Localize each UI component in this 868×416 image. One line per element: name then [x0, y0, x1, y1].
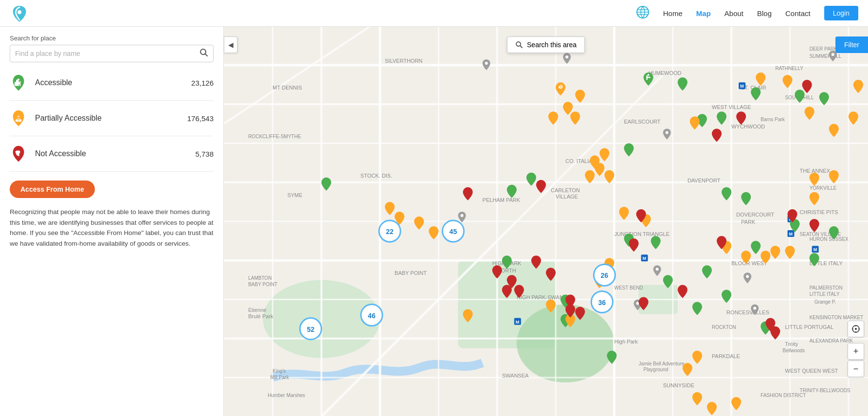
svg-text:22: 22 [386, 228, 394, 235]
login-button[interactable]: Login [824, 6, 858, 20]
accessible-icon [10, 74, 27, 91]
svg-text:HURON SUSSEX: HURON SUSSEX [810, 236, 849, 242]
svg-text:WYCHWOOD: WYCHWOOD [731, 124, 765, 129]
not-accessible-icon [10, 145, 27, 163]
svg-text:WEST BEND: WEST BEND [614, 285, 643, 290]
access-from-home-button[interactable]: Access From Home [10, 181, 95, 198]
svg-text:PELHAM PARK: PELHAM PARK [483, 197, 521, 203]
svg-text:King's: King's [272, 368, 286, 374]
access-description: Recognizing that people may not be able … [10, 207, 214, 249]
search-button[interactable] [199, 48, 208, 59]
svg-text:RATHNELLY: RATHNELLY [775, 66, 803, 71]
svg-text:PARK: PARK [741, 219, 756, 225]
svg-text:ALEXANDRA PARK: ALEXANDRA PARK [810, 338, 853, 344]
nav-home[interactable]: Home [663, 9, 683, 18]
nav-icon [636, 5, 650, 21]
svg-text:M: M [643, 256, 647, 261]
main-content: Search for place [0, 27, 868, 416]
search-area-button[interactable]: Search this area [507, 36, 585, 53]
not-accessible-label: Not Accessible [35, 149, 195, 158]
svg-text:Mill Park: Mill Park [270, 375, 289, 380]
svg-text:HUMEWOOD: HUMEWOOD [649, 70, 682, 76]
search-label: Search for place [10, 35, 214, 42]
zoom-out-button[interactable]: − [848, 361, 864, 377]
svg-line-6 [205, 54, 208, 56]
nav-about[interactable]: About [724, 9, 743, 18]
svg-point-120 [460, 214, 463, 217]
sidebar: Search for place [0, 27, 224, 416]
svg-text:M: M [740, 84, 744, 89]
svg-text:Barns Park: Barns Park [760, 117, 785, 122]
partial-icon [10, 109, 27, 127]
svg-text:Humber Marshes: Humber Marshes [268, 393, 305, 398]
svg-point-117 [656, 268, 659, 271]
svg-text:PARKDALE: PARKDALE [712, 353, 740, 359]
svg-point-0 [18, 10, 21, 14]
svg-point-112 [485, 62, 488, 65]
nav-contact[interactable]: Contact [785, 9, 811, 18]
svg-text:RONCESVALLES: RONCESVALLES [726, 309, 769, 315]
divider-2 [10, 136, 214, 136]
svg-text:KENSINGTON MARKET: KENSINGTON MARKET [810, 315, 864, 320]
legend-partial: Partially Accessible 176,543 [10, 109, 214, 127]
svg-text:VILLAGE: VILLAGE [556, 194, 578, 199]
svg-text:ROCKTON: ROCKTON [712, 325, 736, 330]
logo-icon [10, 3, 29, 23]
svg-text:STOCK. DIS.: STOCK. DIS. [361, 173, 392, 179]
svg-text:CHRISTIE PITS: CHRISTIE PITS [800, 209, 838, 215]
svg-text:MT DENNIS: MT DENNIS [272, 85, 302, 90]
svg-text:High Park: High Park [614, 339, 638, 344]
svg-point-121 [648, 74, 650, 76]
zoom-in-button[interactable]: + [848, 343, 864, 360]
svg-text:PALMERSTON: PALMERSTON [810, 285, 843, 290]
search-area-label: Search this area [527, 41, 577, 49]
chevron-left-icon: ◀ [228, 41, 234, 49]
svg-point-9 [18, 117, 19, 118]
svg-text:WEST QUEEN WEST: WEST QUEEN WEST [785, 368, 838, 374]
svg-text:CARLETON: CARLETON [551, 187, 580, 193]
legend-not-accessible: Not Accessible 5,738 [10, 145, 214, 163]
svg-text:SILVERTHORN: SILVERTHORN [385, 58, 422, 64]
svg-text:52: 52 [307, 326, 315, 333]
svg-text:CO. ITALIA: CO. ITALIA [565, 158, 593, 164]
svg-text:LAMBTON: LAMBTON [248, 275, 271, 281]
svg-text:YORKVILLE: YORKVILLE [810, 185, 837, 191]
svg-text:Trinity: Trinity [785, 342, 798, 347]
svg-text:DOVERCOURT: DOVERCOURT [736, 212, 774, 217]
svg-point-119 [753, 307, 756, 310]
svg-text:Brulé Park: Brulé Park [248, 313, 273, 319]
svg-text:SUMMERHILL: SUMMERHILL [810, 54, 842, 59]
svg-text:JUNCTION TRIANGLE: JUNCTION TRIANGLE [614, 231, 669, 237]
nav-blog[interactable]: Blog [757, 9, 772, 18]
header: Home Map About Blog Contact Login [0, 0, 868, 27]
svg-text:SYME: SYME [287, 192, 302, 198]
search-area-icon [515, 41, 523, 49]
svg-text:36: 36 [598, 299, 606, 307]
legend-accessible: Accessible 23,126 [10, 74, 214, 91]
main-nav: Home Map About Blog Contact Login [636, 5, 858, 21]
svg-text:M: M [814, 247, 817, 252]
svg-point-115 [666, 131, 669, 134]
svg-text:SUNNYSIDE: SUNNYSIDE [663, 382, 694, 388]
locate-button[interactable] [848, 321, 864, 337]
svg-text:M: M [516, 320, 520, 325]
nav-map[interactable]: Map [696, 9, 711, 18]
svg-text:26: 26 [601, 271, 609, 279]
map-area[interactable]: MT DENNIS SILVERTHORN CALEDONIA HUMEWOOD… [224, 27, 868, 416]
svg-text:ROCKCLIFFE-SMYTHE: ROCKCLIFFE-SMYTHE [248, 134, 301, 139]
divider-3 [10, 171, 214, 172]
svg-text:BABY POINT: BABY POINT [395, 270, 427, 276]
svg-text:M: M [789, 232, 793, 236]
svg-text:TRINITY-BELLWOODS: TRINITY-BELLWOODS [800, 388, 850, 393]
svg-text:DAVENPORT: DAVENPORT [687, 178, 721, 183]
svg-line-136 [520, 46, 522, 48]
search-input[interactable] [15, 50, 199, 57]
filter-button[interactable]: Filter [835, 36, 868, 53]
svg-text:BLOOR WEST: BLOOR WEST [731, 260, 767, 266]
divider-1 [10, 100, 214, 101]
not-accessible-count: 5,738 [195, 150, 214, 158]
svg-text:EARLSCOURT: EARLSCOURT [624, 119, 660, 125]
collapse-sidebar-button[interactable]: ◀ [224, 36, 237, 53]
accessible-count: 23,126 [191, 79, 214, 87]
accessible-label: Accessible [35, 78, 191, 87]
